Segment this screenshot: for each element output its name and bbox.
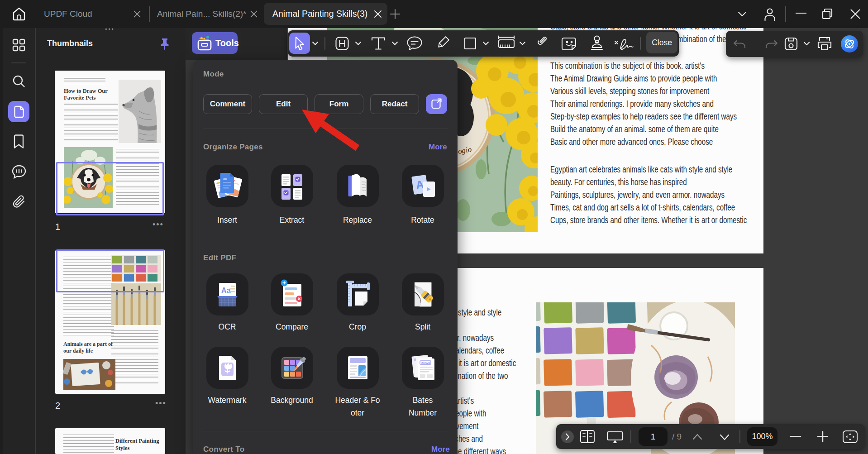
svg-text:000123: 000123 (421, 361, 430, 365)
svg-text:Aa: Aa (221, 287, 231, 294)
